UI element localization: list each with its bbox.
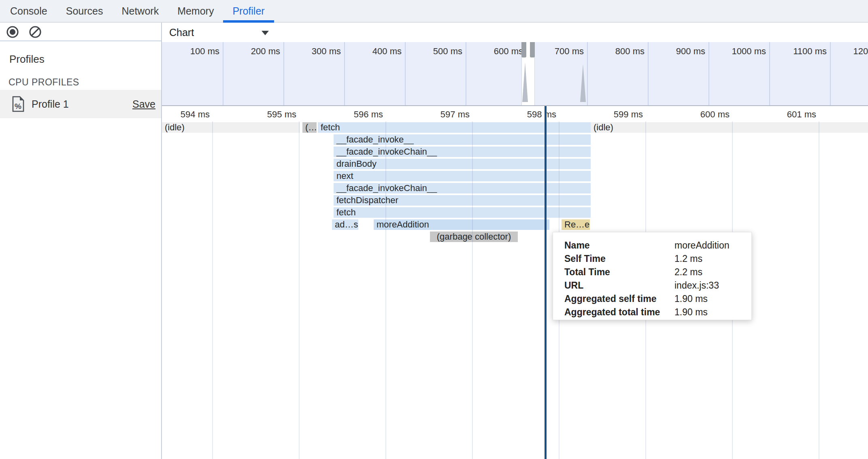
selection-handle-right[interactable] [530, 42, 535, 57]
flame-bar--facade-invokechain-[interactable]: __facade_invokeChain__ [334, 183, 591, 193]
flame-grid-line [299, 121, 300, 459]
tab-profiler[interactable]: Profiler [223, 0, 274, 22]
overview-tick-label: 1000 ms [705, 46, 766, 57]
sidebar-title: Profiles [9, 53, 45, 66]
overview-tick-label: 400 ms [341, 46, 402, 57]
current-time-marker [545, 106, 547, 459]
tab-label: Profiler [232, 5, 264, 17]
flame-chart[interactable]: NamemoreAdditionSelf Time1.2 msTotal Tim… [162, 106, 868, 459]
overview-activity-spike [580, 64, 586, 102]
tooltip-row: Self Time1.2 ms [553, 252, 751, 266]
flame-bar-fetch[interactable]: fetch [334, 207, 591, 218]
flame-grid-line [212, 121, 213, 459]
tooltip-label: Self Time [564, 253, 674, 264]
devtools-tab-bar: ConsoleSourcesNetworkMemoryProfiler [0, 0, 868, 23]
tab-label: Memory [177, 5, 214, 17]
save-profile-link[interactable]: Save [132, 98, 155, 110]
flame-bar--facade-invoke-[interactable]: __facade_invoke__ [334, 134, 591, 145]
profiles-sidebar: Profiles CPU PROFILES % Profile 1 Save [0, 42, 161, 459]
tooltip-row: URLindex.js:33 [553, 279, 751, 292]
flame-grid-line [472, 121, 473, 459]
flame-bar--idle-[interactable]: (idle) [162, 122, 300, 133]
tab-label: Sources [66, 5, 103, 17]
overview-tick-label: 800 ms [584, 46, 645, 57]
flame-bar-fetch[interactable]: fetch [318, 122, 591, 133]
tooltip-value: 1.2 ms [674, 253, 702, 264]
flame-bar-drainbody[interactable]: drainBody [334, 159, 591, 169]
flame-ruler-label: 595 ms [236, 109, 296, 121]
flame-bar--idle-[interactable]: (idle) [591, 122, 868, 133]
overview-tick-label: 200 ms [219, 46, 280, 57]
tooltip-value: index.js:33 [674, 280, 719, 291]
tooltip-label: URL [564, 280, 674, 291]
overview-tick-label: 1200 ms [827, 46, 868, 57]
overview-tick-label: 600 ms [462, 46, 523, 57]
flame-bar-re-e[interactable]: Re…e [562, 219, 590, 230]
overview-tick-label: 1100 ms [766, 46, 827, 57]
cpu-profiles-section-label: CPU PROFILES [9, 77, 79, 88]
flame-bar-next[interactable]: next [334, 171, 591, 181]
profiler-toolbar [0, 23, 161, 41]
flame-grid-line [819, 121, 819, 459]
selection-handle-left[interactable] [521, 42, 526, 57]
flame-ruler-label: 601 ms [755, 109, 816, 121]
clear-button[interactable] [28, 25, 42, 39]
tooltip-value: 1.90 ms [674, 307, 708, 318]
flame-ruler-label: 600 ms [669, 109, 730, 121]
overview-activity-spike [522, 62, 528, 102]
chart-toolbar: Chart [162, 23, 868, 41]
tooltip-row: Aggregated self time1.90 ms [553, 292, 751, 306]
flame-bar--garbage-collector-[interactable]: (garbage collector) [430, 232, 518, 242]
overview-tick-label: 500 ms [402, 46, 462, 57]
flame-ruler-label: 597 ms [409, 109, 470, 121]
tooltip-row: Total Time2.2 ms [553, 266, 751, 279]
flame-ruler-label: 596 ms [322, 109, 383, 121]
chevron-down-icon [262, 31, 269, 35]
timeline-overview[interactable]: 100 ms200 ms300 ms400 ms500 ms600 ms700 … [162, 42, 868, 106]
tooltip-row: Aggregated total time1.90 ms [553, 306, 751, 319]
clear-icon [28, 25, 42, 39]
tooltip-label: Aggregated total time [564, 307, 674, 318]
frame-details-tooltip: NamemoreAdditionSelf Time1.2 msTotal Tim… [553, 232, 752, 320]
tooltip-value: moreAddition [674, 240, 730, 251]
view-mode-value: Chart [169, 27, 194, 38]
flame-ruler-label: 598 ms [496, 109, 556, 121]
flame-bar--[interactable]: (… [302, 122, 317, 133]
tab-label: Network [121, 5, 159, 17]
overview-tick-label: 100 ms [162, 46, 219, 57]
sidebar-item-profile-1[interactable]: % Profile 1 Save [0, 90, 161, 118]
active-tab-underline [223, 20, 274, 23]
svg-text:%: % [15, 102, 21, 110]
tooltip-row: NamemoreAddition [553, 239, 751, 252]
flame-bar-moreaddition[interactable]: moreAddition [374, 219, 549, 230]
profile-name: Profile 1 [32, 98, 69, 110]
tooltip-label: Aggregated self time [564, 293, 674, 304]
overview-tick-label: 300 ms [280, 46, 341, 57]
tab-console[interactable]: Console [1, 0, 57, 22]
record-icon [6, 25, 19, 39]
tooltip-label: Total Time [564, 267, 674, 278]
flame-bar-fetchdispatcher[interactable]: fetchDispatcher [334, 195, 591, 206]
tab-sources[interactable]: Sources [57, 0, 113, 22]
tab-label: Console [10, 5, 47, 17]
tooltip-value: 1.90 ms [674, 293, 708, 304]
tab-memory[interactable]: Memory [168, 0, 223, 22]
profile-document-icon: % [11, 96, 25, 113]
flame-bar--facade-invokechain-[interactable]: __facade_invokeChain__ [334, 147, 591, 157]
view-mode-select[interactable]: Chart [169, 23, 270, 41]
flame-bar-ad-s[interactable]: ad…s [332, 219, 358, 230]
flame-ruler-label: 599 ms [582, 109, 643, 121]
tooltip-label: Name [564, 240, 674, 251]
record-button[interactable] [6, 25, 19, 39]
flame-grid-line [385, 121, 386, 459]
flame-ruler-label: 594 ms [162, 109, 210, 121]
tooltip-value: 2.2 ms [674, 267, 702, 278]
overview-tick-label: 900 ms [645, 46, 705, 57]
tab-network[interactable]: Network [112, 0, 168, 22]
